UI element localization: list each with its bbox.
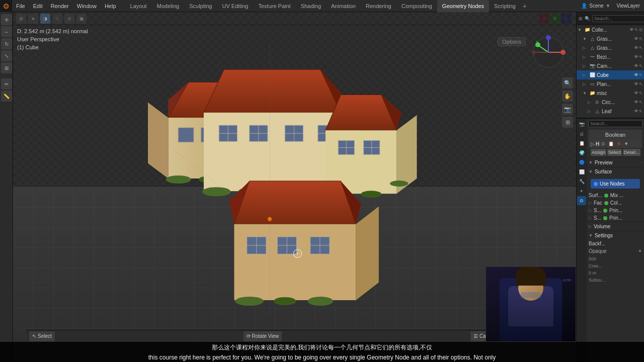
outliner-item-misc[interactable]: ▼ 📁 misc 👁 ↖ bbox=[577, 88, 644, 98]
surface-s2-prin2-row[interactable]: ▷ S... Prin... bbox=[587, 214, 644, 222]
transform-tool[interactable]: ⊞ bbox=[1, 62, 12, 73]
select-icon[interactable]: ↖ bbox=[639, 100, 643, 105]
rotate-view-btn[interactable]: ⟳ Rotate View bbox=[244, 331, 282, 341]
render-region-btn[interactable]: ⊞ bbox=[562, 117, 573, 128]
outliner-item-leaf[interactable]: ▷ △ Leaf 👁 ↖ bbox=[577, 107, 644, 116]
move-tool[interactable]: ↔ bbox=[1, 26, 12, 37]
visibility-icon[interactable]: 👁 bbox=[634, 90, 638, 96]
view-layer-props-icon[interactable]: 📋 bbox=[577, 139, 586, 148]
output-props-icon[interactable]: 🖨 bbox=[577, 129, 586, 138]
tab-uv-editing[interactable]: UV Editing bbox=[217, 0, 253, 12]
visibility-icon[interactable]: 👁 bbox=[634, 54, 638, 59]
world-props-icon[interactable]: 🔵 bbox=[577, 158, 586, 167]
use-nodes-button[interactable]: Use Nodes bbox=[591, 179, 640, 189]
select-button[interactable]: Select bbox=[607, 149, 622, 156]
outliner-item-cube[interactable]: ▷ ⬜ Cube 👁 ↖ bbox=[577, 70, 644, 79]
menu-file[interactable]: File bbox=[12, 0, 29, 12]
visibility-icon[interactable]: 👁 bbox=[634, 63, 638, 68]
select-icon[interactable]: ↖ bbox=[639, 90, 643, 96]
annotation-tool[interactable]: ✏ bbox=[1, 78, 12, 89]
outliner-item-plane[interactable]: ▷ ▭ Plan... 👁 ↖ bbox=[577, 79, 644, 88]
select-icon[interactable]: ↖ bbox=[639, 63, 643, 68]
expand-icon: ▼ bbox=[583, 37, 588, 41]
tab-compositing[interactable]: Compositing bbox=[396, 0, 437, 12]
tab-modeling[interactable]: Modeling bbox=[152, 0, 185, 12]
outliner-search-icon[interactable]: 🔍 bbox=[585, 16, 590, 21]
select-icon[interactable]: ↖ bbox=[639, 36, 643, 41]
scale-tool[interactable]: ⤡ bbox=[1, 50, 12, 61]
menu-render[interactable]: Render bbox=[47, 0, 73, 12]
hand-tool-btn[interactable]: ✋ bbox=[562, 90, 573, 102]
outliner-filter-icon[interactable]: ⊞ bbox=[579, 16, 583, 21]
select-icon[interactable]: ↖ bbox=[639, 81, 643, 86]
outliner-item-collection[interactable]: ▼ 📁 Colle... 👁 ↖ ⊙ bbox=[577, 25, 644, 34]
view-layer-name[interactable]: ViewLayer bbox=[616, 3, 640, 9]
backface-row: Backf... bbox=[587, 240, 644, 247]
settings-header[interactable]: ▼ Settings bbox=[587, 231, 644, 240]
menu-window[interactable]: Window bbox=[73, 0, 101, 12]
select-icon[interactable]: ↖ bbox=[639, 45, 643, 50]
select-mode-btn[interactable]: ↖ Select bbox=[29, 331, 55, 341]
visibility-icon[interactable]: 👁 bbox=[634, 45, 638, 50]
modifier-delete-icon[interactable]: ✕ bbox=[616, 141, 622, 147]
particles-icon[interactable]: ✦ bbox=[577, 187, 586, 196]
outliner-search-input[interactable] bbox=[592, 15, 644, 22]
expand-modifier-icon[interactable]: ▷ bbox=[591, 141, 595, 147]
visibility-icon[interactable]: 👁 bbox=[634, 72, 638, 77]
modifier-props-icon[interactable]: 🔧 bbox=[577, 177, 586, 186]
modifier-icon-2[interactable]: 📋 bbox=[607, 141, 615, 147]
surface-s1-prin1-row[interactable]: ▷ S... Prin... bbox=[587, 207, 644, 214]
props-search-input[interactable] bbox=[588, 120, 642, 127]
visibility-icon[interactable]: 👁 bbox=[634, 100, 638, 105]
select-visibility-icon[interactable]: ↖ bbox=[634, 27, 638, 32]
render-visibility-icon[interactable]: ⊙ bbox=[639, 27, 643, 32]
object-props-icon[interactable]: ⬜ bbox=[577, 167, 586, 176]
expand-icon: ▷ bbox=[583, 64, 588, 68]
cursor-tool[interactable]: ✛ bbox=[1, 14, 12, 25]
visibility-icon[interactable]: 👁 bbox=[629, 27, 634, 32]
measure-tool[interactable]: 📏 bbox=[1, 90, 12, 102]
scene-props-icon[interactable]: 🌍 bbox=[577, 148, 586, 157]
tab-scripting[interactable]: Scripting bbox=[489, 0, 521, 12]
deselect-button[interactable]: Desel... bbox=[623, 149, 640, 156]
scene-name[interactable]: Scene bbox=[589, 3, 603, 9]
preview-header[interactable]: ▼ Preview ··· bbox=[587, 158, 644, 167]
select-icon[interactable]: ↖ bbox=[639, 54, 643, 59]
visibility-icon[interactable]: 👁 bbox=[634, 81, 638, 86]
volume-header[interactable]: ▷ Volume bbox=[587, 222, 644, 231]
viewport-gizmo[interactable]: X Y Z bbox=[531, 35, 566, 70]
visibility-icon[interactable]: 👁 bbox=[634, 36, 638, 41]
menu-help[interactable]: Help bbox=[101, 0, 120, 12]
outliner-item-grass1[interactable]: ▼ △ Gras... 👁 ↖ bbox=[577, 34, 644, 43]
outliner-item-grass2[interactable]: ▷ △ Gras... 👁 ↖ bbox=[577, 43, 644, 52]
outliner-item-circle[interactable]: ▷ ⊙ Circ... 👁 ↖ bbox=[577, 98, 644, 107]
material-props-icon[interactable]: ⊙ bbox=[577, 196, 586, 205]
zoom-in-btn[interactable]: 🔍 bbox=[562, 77, 573, 88]
surface-header[interactable]: ▼ Surface bbox=[587, 167, 644, 176]
visibility-icon[interactable]: 👁 bbox=[634, 109, 638, 114]
assign-button[interactable]: Assign bbox=[591, 149, 606, 156]
outliner-item-camera[interactable]: ▷ 📷 Cam... 👁 ↖ bbox=[577, 61, 644, 70]
surface-fac-col-row[interactable]: ▷ Fac Col... bbox=[587, 199, 644, 207]
modifier-options-icon[interactable]: ▼ bbox=[623, 141, 629, 147]
tab-texture-paint[interactable]: Texture Paint bbox=[253, 0, 295, 12]
plane-icon: ▭ bbox=[589, 80, 596, 87]
outliner-item-bezier[interactable]: ▷ 〜 Bezi... 👁 ↖ bbox=[577, 52, 644, 61]
menu-edit[interactable]: Edit bbox=[29, 0, 47, 12]
tab-layout[interactable]: Layout bbox=[125, 0, 152, 12]
opaque-row[interactable]: Opaque ▼ bbox=[587, 247, 644, 255]
camera-view-btn[interactable]: 📷 bbox=[562, 104, 573, 115]
select-icon[interactable]: ↖ bbox=[639, 109, 643, 114]
add-workspace-btn[interactable]: + bbox=[521, 2, 529, 10]
tab-animation[interactable]: Animation bbox=[326, 0, 361, 12]
tab-rendering[interactable]: Rendering bbox=[361, 0, 396, 12]
tab-sculpting[interactable]: Sculpting bbox=[184, 0, 217, 12]
select-icon[interactable]: ↖ bbox=[639, 72, 643, 77]
render-props-icon[interactable]: 📷 bbox=[577, 120, 586, 129]
tab-shading[interactable]: Shading bbox=[296, 0, 326, 12]
blender-logo[interactable]: ⊙ bbox=[0, 0, 12, 12]
perspective-label: User Perspective bbox=[17, 35, 88, 43]
tab-geometry-nodes[interactable]: Geometry Nodes bbox=[437, 0, 489, 12]
rotate-tool[interactable]: ↻ bbox=[1, 38, 12, 49]
modifier-icon-1[interactable]: ⊙ bbox=[600, 141, 606, 147]
